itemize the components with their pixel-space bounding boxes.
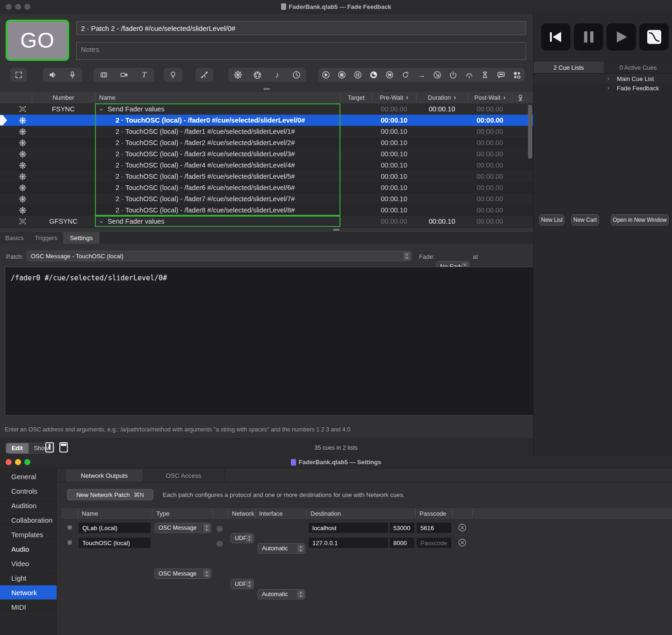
cue-title-field[interactable]: 2 · Patch 2 - /fader0 #/cue/selected/sli… (76, 21, 526, 35)
sidebar-item-collaboration[interactable]: Collaboration (0, 513, 57, 527)
tab-network-outputs[interactable]: Network Outputs (66, 469, 143, 482)
wait-icon[interactable] (477, 68, 493, 82)
network-icon[interactable] (230, 68, 246, 82)
column-continue-icon[interactable] (512, 92, 528, 103)
column-pre-wait[interactable]: Pre-Wait (372, 92, 416, 103)
cue-row[interactable]: 2 · TouchOSC (local) - /fader1 #/cue/sel… (0, 126, 533, 137)
destination-field[interactable]: localhost (309, 523, 388, 533)
toolbar-group (164, 68, 182, 82)
cue-row[interactable]: 2 · TouchOSC (local) - /fader2 #/cue/sel… (0, 137, 533, 148)
new-list-button[interactable]: New List (539, 214, 564, 226)
cart-icon[interactable] (509, 68, 525, 82)
column-name[interactable]: Name (99, 92, 116, 103)
target-icon[interactable]: ◎ (217, 524, 223, 533)
column-target[interactable]: Target (340, 92, 372, 103)
tab-cue-lists[interactable]: 2 Cue Lists (534, 62, 604, 73)
mic-icon[interactable] (65, 68, 80, 82)
goto-icon[interactable]: → (413, 68, 429, 82)
tab-osc-access[interactable]: OSC Access (143, 469, 225, 482)
interface-dropdown[interactable]: Automatic (258, 589, 305, 599)
cue-row[interactable]: 2 · TouchOSC (local) - /fader8 #/cue/sel… (0, 204, 533, 216)
midi-icon[interactable] (250, 68, 266, 82)
notes-field[interactable]: Notes (76, 42, 526, 60)
passcode-field[interactable]: Passcode (417, 538, 451, 548)
cue-row-selected[interactable]: 2 · TouchOSC (local) - /fader0 #/cue/sel… (0, 115, 533, 126)
patch-name-field[interactable]: TouchOSC (local) (79, 538, 151, 548)
open-in-new-window-button[interactable]: Open in New Window (611, 214, 669, 226)
inspector-splitter-handle[interactable] (333, 229, 340, 231)
stop-icon[interactable] (334, 68, 350, 82)
memo-icon[interactable] (493, 68, 509, 82)
inspector-splitter[interactable] (0, 228, 533, 232)
sidebar-item-midi[interactable]: MIDI (0, 600, 57, 614)
delete-patch-icon[interactable] (458, 538, 467, 547)
fullscreen-icon[interactable] (11, 68, 27, 82)
stop-fade-all-button[interactable] (639, 23, 669, 51)
cue-list-item[interactable]: › Main Cue List (534, 74, 672, 83)
patch-type-dropdown[interactable]: OSC Message (154, 523, 211, 533)
sidebar-item-audio[interactable]: Audio (0, 542, 57, 556)
play-icon[interactable] (318, 68, 334, 82)
column-duration[interactable]: Duration (416, 92, 468, 103)
passcode-field[interactable]: 5616 (417, 523, 451, 533)
interface-dropdown[interactable]: Automatic (258, 543, 305, 554)
cue-row-group[interactable]: GFSYNC Send Fader values 00:00.00 00:00.… (0, 216, 533, 227)
protocol-dropdown[interactable]: UDP (231, 579, 254, 589)
new-network-patch-button[interactable]: New Network Patch ⌘N (67, 489, 153, 500)
cue-list-item[interactable]: › Fade Feedback (534, 83, 672, 93)
destination-field[interactable]: 127.0.0.1 (309, 538, 388, 548)
light-icon[interactable] (165, 68, 181, 82)
sidebar-item-network[interactable]: Network (0, 585, 57, 600)
duck-icon[interactable] (461, 68, 477, 82)
go-button[interactable]: GO (6, 20, 69, 61)
devamp-icon[interactable] (429, 68, 445, 82)
sidebar-item-audition[interactable]: Audition (0, 498, 57, 513)
drag-handle-icon[interactable]: ≡ (67, 523, 72, 533)
tab-basics[interactable]: Basics (0, 232, 29, 244)
patch-name-field[interactable]: QLab (Local) (79, 523, 151, 533)
pause-icon[interactable] (350, 68, 366, 82)
tab-active-cues[interactable]: 0 Active Cues (604, 62, 672, 73)
go-to-start-button[interactable] (541, 23, 571, 51)
reset-icon[interactable] (397, 68, 413, 82)
resume-all-button[interactable] (607, 23, 636, 51)
cue-row[interactable]: 2 · TouchOSC (local) - /fader4 #/cue/sel… (0, 160, 533, 171)
tab-settings[interactable]: Settings (63, 232, 100, 244)
fade-curve-icon[interactable] (196, 68, 212, 82)
column-number[interactable]: Number (32, 92, 95, 103)
sidebar-item-controls[interactable]: Controls (0, 484, 57, 498)
sidebar-item-general[interactable]: General (0, 469, 57, 484)
audio-icon[interactable] (45, 68, 61, 82)
drag-handle-icon[interactable]: ≡ (67, 538, 72, 547)
port-field[interactable]: 53000 (390, 523, 414, 533)
cue-row[interactable]: 2 · TouchOSC (local) - /fader6 #/cue/sel… (0, 182, 533, 193)
column-post-wait[interactable]: Post-Wait (468, 92, 512, 103)
sidebar-item-video[interactable]: Video (0, 556, 57, 571)
video-icon[interactable] (96, 68, 112, 82)
cue-row[interactable]: 2 · TouchOSC (local) - /fader3 #/cue/sel… (0, 148, 533, 160)
patch-type-dropdown[interactable]: OSC Message (154, 569, 211, 579)
text-icon[interactable]: T (136, 68, 152, 82)
delete-patch-icon[interactable] (458, 523, 467, 532)
target-icon[interactable]: ◎ (217, 539, 223, 547)
patch-dropdown[interactable]: OSC Message - TouchOSC (local) (27, 251, 412, 261)
load-icon[interactable] (382, 68, 397, 82)
new-cart-button[interactable]: New Cart (571, 214, 599, 226)
cue-row[interactable]: 2 · TouchOSC (local) - /fader5 #/cue/sel… (0, 171, 533, 182)
pause-all-button[interactable] (574, 23, 603, 51)
playhead-icon (0, 115, 7, 125)
toolbar-splitter-handle[interactable] (263, 88, 270, 90)
fade-all-icon[interactable] (366, 68, 382, 82)
cue-list-scrollbar[interactable] (528, 105, 532, 159)
port-field[interactable]: 8000 (390, 538, 414, 548)
start-icon[interactable] (445, 68, 461, 82)
protocol-dropdown[interactable]: UDP (231, 533, 254, 543)
camera-icon[interactable] (116, 68, 132, 82)
cue-row[interactable]: 2 · TouchOSC (local) - /fader7 #/cue/sel… (0, 193, 533, 204)
cue-row-group[interactable]: FSYNC Send Fader values 00:00.00 00:00.1… (0, 103, 533, 115)
sidebar-item-templates[interactable]: Templates (0, 527, 57, 542)
music-icon[interactable]: ♪ (269, 68, 285, 82)
sidebar-item-light[interactable]: Light (0, 571, 57, 585)
timecode-icon[interactable] (289, 68, 304, 82)
tab-triggers[interactable]: Triggers (29, 232, 64, 244)
